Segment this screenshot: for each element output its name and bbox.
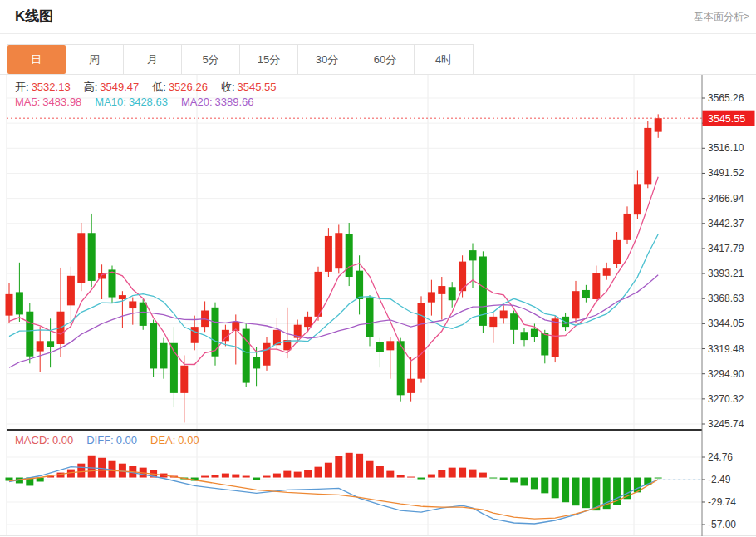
- legend-low: 低:3526.26: [152, 81, 208, 93]
- ma-legend: MA5:3483.98MA10:3428.63MA20:3389.66: [15, 96, 268, 108]
- legend-ma10: MA10:3428.63: [95, 96, 168, 108]
- y-axis-label: 3393.21: [708, 268, 744, 279]
- y-axis-label: 3319.48: [708, 343, 744, 355]
- y-axis-label: 3466.94: [708, 193, 744, 204]
- legend-high: 高:3549.47: [84, 81, 140, 93]
- y-axis-label: 3270.32: [708, 393, 744, 405]
- y-axis-label: -57.00: [708, 519, 736, 530]
- svg-text:3545.55: 3545.55: [708, 113, 745, 125]
- y-axis-label: 3417.79: [708, 243, 744, 254]
- y-axis-label: 3516.10: [708, 142, 744, 154]
- y-axis-label: 3565.26: [708, 92, 744, 104]
- legend-ma20: MA20:3389.66: [181, 96, 254, 108]
- y-axis-label: 3442.37: [708, 218, 744, 229]
- legend-close: 收:3545.55: [221, 81, 277, 93]
- y-axis-label: -2.49: [708, 474, 731, 485]
- legend-macd: MACD:0.00: [15, 434, 73, 446]
- y-axis-label: 24.76: [708, 451, 733, 463]
- y-axis-label: 3368.63: [708, 293, 744, 304]
- y-axis-label: 3245.74: [708, 418, 744, 430]
- macd-layer: [6, 453, 703, 524]
- ma-lines-layer: [9, 177, 658, 368]
- candlestick-layer: [6, 114, 662, 422]
- macd-legend: MACD:0.00DIFF:0.00DEA:0.00: [15, 434, 213, 446]
- y-axis-label: -29.74: [708, 496, 736, 508]
- y-axis-label: 3294.90: [708, 368, 744, 380]
- legend-ma5: MA5:3483.98: [15, 96, 81, 108]
- last-price-tag: 3545.55: [703, 111, 755, 126]
- legend-dea: DEA:0.00: [150, 434, 199, 446]
- y-axis-label: 3491.52: [708, 167, 744, 179]
- legend-open: 开:3532.13: [15, 81, 71, 93]
- ohlc-legend: 开:3532.13高:3549.47低:3526.26收:3545.55: [15, 80, 290, 95]
- y-axis-layer: 3565.263540.683516.103491.523466.943442.…: [702, 75, 744, 536]
- legend-diff: DIFF:0.00: [86, 434, 137, 446]
- y-axis-label: 3344.05: [708, 318, 744, 329]
- kline-widget: K线图 基本面分析> 日周月5分15分30分60分4时 开:3532.13高:3…: [0, 0, 756, 537]
